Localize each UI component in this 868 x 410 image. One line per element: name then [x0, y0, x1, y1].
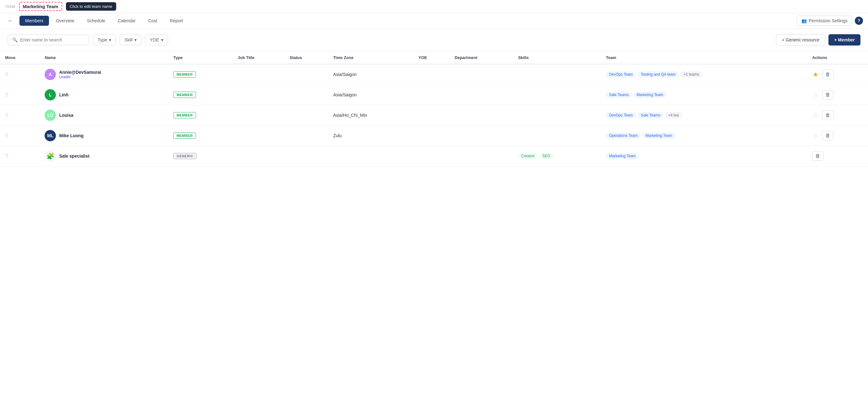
type-badge: MEMBER [173, 132, 196, 139]
skill-tag: Content [518, 153, 538, 159]
help-button[interactable]: ? [855, 17, 863, 25]
team-tag: Sale Teams [606, 92, 631, 98]
department-cell [450, 105, 513, 126]
team-tag: Marketing Team [643, 132, 676, 139]
member-name: Annie@DevSamurai [59, 70, 101, 75]
timezone-cell: Zulu [328, 126, 413, 146]
member-name: Sale specialist [59, 154, 90, 159]
status-cell [284, 146, 328, 166]
yoe-filter[interactable]: YOE ▾ [145, 35, 168, 45]
members-table: Move Name Type Job Title Status Time Zon… [0, 52, 868, 166]
actions-container: ☆🗑 [812, 111, 863, 120]
team-cell: DevOps TeamSale Teams+4 tea [601, 105, 807, 126]
avatar: A [44, 69, 56, 80]
drag-handle[interactable]: ⠿ [5, 133, 8, 138]
search-box: 🔍 [7, 35, 89, 45]
type-filter[interactable]: Type ▾ [93, 35, 116, 45]
tab-calendar[interactable]: Calendar [112, 16, 141, 26]
job-title-cell [233, 85, 284, 105]
avatar: LO [44, 109, 56, 121]
actions-container: 🗑 [812, 151, 863, 161]
generic-resource-button[interactable]: + Generic resource [776, 34, 825, 45]
delete-button[interactable]: 🗑 [812, 151, 824, 161]
skills-cell [513, 64, 601, 85]
col-department: Department [450, 52, 513, 64]
star-button[interactable]: ☆ [812, 111, 819, 120]
drag-handle[interactable]: ⠿ [5, 113, 8, 118]
delete-button[interactable]: 🗑 [822, 70, 833, 79]
back-button[interactable]: ← [5, 16, 16, 25]
permission-settings-button[interactable]: 👥 Permission Settings [797, 16, 852, 26]
star-button[interactable]: ☆ [812, 131, 819, 140]
col-actions: Actions [807, 52, 868, 64]
job-title-cell [233, 126, 284, 146]
yoe-cell [413, 146, 450, 166]
delete-button[interactable]: 🗑 [822, 90, 833, 99]
tab-cost[interactable]: Cost [143, 16, 163, 26]
actions-container: ☆🗑 [812, 90, 863, 99]
team-cell: Marketing Team [601, 146, 807, 166]
team-tag: +1 teams [681, 71, 703, 77]
skill-filter[interactable]: Skill ▾ [120, 35, 141, 45]
add-member-button[interactable]: + Member [829, 34, 861, 45]
actions-cell: ☆🗑 [807, 126, 868, 146]
skill-tag: SEO [539, 153, 553, 159]
tab-overview[interactable]: Overview [50, 16, 80, 26]
drag-handle[interactable]: ⠿ [5, 154, 8, 159]
search-input[interactable] [20, 37, 85, 42]
drag-handle[interactable]: ⠿ [5, 72, 8, 77]
skill-chevron: ▾ [134, 37, 136, 42]
member-name: Mike Luong [59, 133, 84, 138]
member-details: Mike Luong [59, 133, 84, 138]
type-badge: MEMBER [173, 112, 196, 118]
skills-cell [513, 85, 601, 105]
skills-cell: ContentSEO [513, 146, 601, 166]
team-cell: Sale TeamsMarketing Team [601, 85, 807, 105]
status-cell [284, 126, 328, 146]
department-cell [450, 146, 513, 166]
col-name: Name [39, 52, 168, 64]
delete-button[interactable]: 🗑 [822, 111, 833, 120]
member-name: Louisa [59, 113, 73, 118]
team-tag: DevOps Team [606, 71, 636, 77]
table-row: ⠿ L Linh MEMBERAsia/SaigonSale TeamsMark… [0, 85, 868, 105]
actions-cell: ★🗑 [807, 64, 868, 85]
timezone-cell: Asia/Saigon [328, 85, 413, 105]
tab-schedule[interactable]: Schedule [81, 16, 111, 26]
tab-members[interactable]: Members [20, 16, 49, 26]
yoe-cell [413, 85, 450, 105]
col-job-title: Job Title [233, 52, 284, 64]
department-cell [450, 126, 513, 146]
member-info: 🧩 Sale specialist [44, 150, 163, 162]
table-body: ⠿ A Annie@DevSamurai Leader MEMBERAsia/S… [0, 64, 868, 166]
team-tag: Testing and QA team [638, 71, 679, 77]
permission-label: Permission Settings [809, 18, 847, 23]
top-bar: TEAM Marketing Team Click to edit team n… [0, 0, 868, 13]
yoe-label: YOE [150, 37, 159, 42]
delete-button[interactable]: 🗑 [822, 131, 833, 140]
yoe-chevron: ▾ [161, 37, 163, 42]
star-button[interactable]: ☆ [812, 90, 819, 99]
type-label: Type [98, 37, 107, 42]
yoe-cell [413, 126, 450, 146]
team-cell: Operations TeamMarketing Team [601, 126, 807, 146]
avatar: 🧩 [44, 150, 56, 162]
table-row: ⠿ 🧩 Sale specialist GENERICContentSEOMar… [0, 146, 868, 166]
team-cell: DevOps TeamTesting and QA team+1 teams [601, 64, 807, 85]
member-details: Sale specialist [59, 154, 90, 159]
status-cell [284, 105, 328, 126]
team-tag: Operations Team [606, 132, 641, 139]
skills-cell [513, 126, 601, 146]
filter-bar: 🔍 Type ▾ Skill ▾ YOE ▾ + Generic resourc… [0, 29, 868, 52]
member-info: LO Louisa [44, 109, 163, 121]
edit-team-tooltip: Click to edit team name [66, 2, 116, 11]
nav-bar: ← MembersOverviewScheduleCalendarCostRep… [0, 13, 868, 29]
member-details: Linh [59, 92, 68, 97]
member-info: L Linh [44, 89, 163, 100]
timezone-cell: Asia/Saigon [328, 64, 413, 85]
drag-handle[interactable]: ⠿ [5, 92, 8, 98]
tab-report[interactable]: Report [164, 16, 189, 26]
table-row: ⠿ A Annie@DevSamurai Leader MEMBERAsia/S… [0, 64, 868, 85]
star-button[interactable]: ★ [812, 70, 819, 79]
team-name-button[interactable]: Marketing Team [19, 2, 62, 11]
